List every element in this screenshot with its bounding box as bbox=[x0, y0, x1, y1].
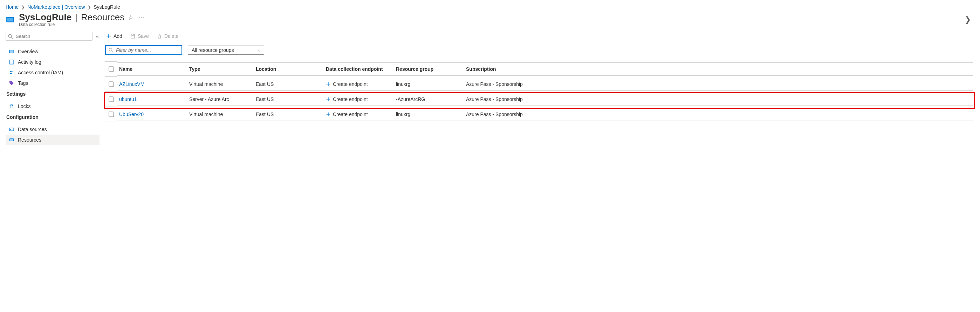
sidebar-group-configuration: Data sources Resources bbox=[6, 124, 100, 145]
breadcrumb-home[interactable]: Home bbox=[6, 4, 19, 10]
delete-label: Delete bbox=[164, 33, 178, 39]
select-all-checkbox[interactable] bbox=[109, 66, 114, 72]
page-title: SysLogRule bbox=[19, 12, 72, 23]
more-button[interactable]: ⋯ bbox=[137, 12, 146, 23]
sidebar-search[interactable] bbox=[6, 32, 92, 41]
cell-endpoint: Create endpoint bbox=[324, 93, 394, 106]
breadcrumb-current: SysLogRule bbox=[94, 4, 120, 10]
sidebar-item-access-control[interactable]: Access control (IAM) bbox=[6, 67, 100, 78]
svg-point-11 bbox=[12, 71, 13, 72]
resources-icon bbox=[9, 137, 14, 143]
data-sources-icon bbox=[9, 127, 14, 132]
trash-icon bbox=[157, 33, 162, 39]
cell-type: Virtual machine bbox=[187, 108, 254, 121]
svg-point-12 bbox=[10, 82, 11, 83]
row-checkbox-cell bbox=[105, 77, 117, 92]
name-filter-input[interactable] bbox=[115, 47, 179, 53]
resource-name-link[interactable]: UbuServ20 bbox=[119, 111, 144, 117]
chevron-right-icon: ❯ bbox=[88, 5, 91, 10]
svg-line-24 bbox=[112, 51, 113, 52]
sidebar-search-input[interactable] bbox=[15, 33, 90, 39]
sidebar-heading-configuration: Configuration bbox=[6, 111, 100, 122]
breadcrumb-overview[interactable]: NoMarketplace | Overview bbox=[27, 4, 85, 10]
th-dce[interactable]: Data collection endpoint bbox=[324, 62, 394, 76]
delete-button: Delete bbox=[156, 32, 179, 40]
plus-icon bbox=[326, 112, 331, 117]
page-section: Resources bbox=[81, 12, 124, 23]
cell-endpoint: Create endpoint bbox=[324, 108, 394, 121]
row-checkbox-cell bbox=[105, 92, 117, 107]
cell-subscription: Azure Pass - Sponsorship bbox=[464, 78, 973, 91]
svg-rect-17 bbox=[10, 139, 13, 141]
sidebar-item-overview[interactable]: Overview bbox=[6, 46, 100, 57]
rg-dropdown-label: All resource groups bbox=[192, 47, 234, 53]
svg-point-10 bbox=[10, 71, 11, 72]
th-sub[interactable]: Subscription bbox=[464, 62, 973, 76]
expand-icon[interactable]: ❯ bbox=[963, 15, 973, 24]
cell-name: AZLinuxVM bbox=[117, 78, 187, 91]
sidebar-item-data-sources[interactable]: Data sources bbox=[6, 124, 100, 135]
tag-icon bbox=[9, 80, 14, 86]
add-label: Add bbox=[113, 33, 122, 39]
sidebar-group-main: Overview Activity log Access control (IA… bbox=[6, 46, 100, 88]
create-endpoint-link[interactable]: Create endpoint bbox=[326, 111, 392, 117]
sidebar-item-label: Overview bbox=[18, 49, 38, 54]
row-checkbox-cell bbox=[105, 107, 117, 122]
cell-endpoint: Create endpoint bbox=[324, 78, 394, 91]
svg-rect-20 bbox=[132, 34, 134, 35]
cell-name: ubuntu1 bbox=[117, 93, 187, 106]
svg-rect-5 bbox=[10, 51, 14, 53]
title-separator: | bbox=[75, 12, 78, 23]
cell-subscription: Azure Pass - Sponsorship bbox=[464, 108, 973, 121]
overview-icon bbox=[9, 49, 14, 54]
ellipsis-icon: ⋯ bbox=[138, 14, 145, 21]
row-checkbox[interactable] bbox=[109, 81, 114, 87]
chevron-down-icon: ⌵ bbox=[258, 48, 260, 53]
th-location[interactable]: Location bbox=[254, 62, 324, 76]
lock-icon bbox=[9, 103, 14, 109]
sidebar-item-locks[interactable]: Locks bbox=[6, 101, 100, 111]
sidebar-item-label: Resources bbox=[18, 137, 41, 143]
sidebar-item-tags[interactable]: Tags bbox=[6, 78, 100, 88]
toolbar: Add Save Delete bbox=[105, 32, 973, 40]
star-icon: ☆ bbox=[128, 14, 134, 21]
cell-resource-group: linuxrg bbox=[394, 78, 464, 91]
sidebar-item-label: Data sources bbox=[18, 127, 46, 132]
collapse-sidebar-button[interactable]: « bbox=[96, 33, 99, 39]
svg-rect-14 bbox=[10, 128, 14, 131]
main-content: Add Save Delete All resource groups bbox=[105, 32, 973, 145]
sidebar-item-label: Tags bbox=[18, 80, 29, 86]
favorite-button[interactable]: ☆ bbox=[126, 12, 135, 23]
cell-resource-group: linuxrg bbox=[394, 108, 464, 121]
cell-location: East US bbox=[254, 93, 324, 106]
sidebar-item-activity-log[interactable]: Activity log bbox=[6, 57, 100, 67]
cell-resource-group: -AzureArcRG bbox=[394, 93, 464, 106]
cell-subscription: Azure Pass - Sponsorship bbox=[464, 93, 973, 106]
create-endpoint-link[interactable]: Create endpoint bbox=[326, 81, 392, 87]
save-icon bbox=[130, 33, 135, 39]
resource-name-link[interactable]: ubuntu1 bbox=[119, 96, 137, 102]
sidebar-item-resources[interactable]: Resources bbox=[6, 135, 100, 145]
resource-group-dropdown[interactable]: All resource groups ⌵ bbox=[188, 46, 264, 55]
sidebar-item-label: Activity log bbox=[18, 59, 41, 65]
th-name[interactable]: Name bbox=[117, 62, 187, 76]
svg-rect-13 bbox=[10, 106, 13, 108]
sidebar-group-settings: Locks bbox=[6, 101, 100, 111]
svg-point-15 bbox=[10, 129, 11, 130]
resource-icon bbox=[6, 15, 15, 24]
add-button[interactable]: Add bbox=[105, 32, 123, 40]
cell-name: UbuServ20 bbox=[117, 108, 187, 121]
create-endpoint-link[interactable]: Create endpoint bbox=[326, 96, 392, 102]
sidebar-item-label: Access control (IAM) bbox=[18, 70, 63, 75]
row-checkbox[interactable] bbox=[109, 111, 114, 117]
name-filter[interactable] bbox=[105, 45, 182, 55]
cell-location: East US bbox=[254, 108, 324, 121]
svg-point-23 bbox=[109, 48, 112, 51]
resources-table: Name Type Location Data collection endpo… bbox=[105, 61, 973, 122]
resource-name-link[interactable]: AZLinuxVM bbox=[119, 81, 144, 87]
sidebar-item-label: Locks bbox=[18, 103, 31, 109]
plus-icon bbox=[326, 82, 331, 87]
row-checkbox[interactable] bbox=[109, 96, 114, 102]
th-rg[interactable]: Resource group bbox=[394, 62, 464, 76]
th-type[interactable]: Type bbox=[187, 62, 254, 76]
